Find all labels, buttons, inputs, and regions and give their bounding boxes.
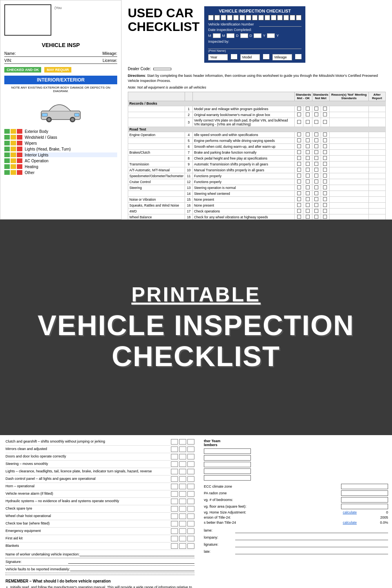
checkbox-notmet[interactable] bbox=[314, 107, 318, 111]
col-after-report: After Report bbox=[368, 92, 385, 101]
interior-note: NOTE ANY EXISTING EXTERIOR BODY DAMAGE O… bbox=[4, 86, 117, 93]
vin-box bbox=[290, 15, 295, 20]
list-item: Check tow bar (where fitted) bbox=[5, 521, 194, 528]
table-row: A/T-Automatic, M/T-Manual 10 Manual Tran… bbox=[128, 167, 386, 173]
mileage-label: Mileage: bbox=[102, 51, 117, 56]
list-item: Doors and door locks operate correctly bbox=[5, 454, 194, 461]
vin-box bbox=[265, 15, 270, 20]
year-model-row: Year Model Mileage bbox=[208, 54, 301, 60]
name-input[interactable] bbox=[235, 528, 388, 533]
floor-area-input[interactable] bbox=[341, 504, 388, 509]
list-item: Emergency equipment bbox=[5, 528, 194, 535]
bottom-right: ther Team lembers ECC climate zone PA ra… bbox=[200, 435, 392, 588]
status-may-require: MAY REQUIR bbox=[44, 67, 71, 73]
you-text: (You bbox=[54, 6, 62, 10]
table-row: 5 Engine performs normally while driving… bbox=[128, 138, 386, 144]
table-row: 2 Original warranty book/owner's manual … bbox=[128, 112, 386, 118]
bottom-checklist: Clutch and gearshift – shifts smoothly w… bbox=[5, 439, 194, 550]
printable-label: PRINTABLE bbox=[131, 283, 261, 306]
table-row: Squeaks, Rattles and Wind Noise 16 None … bbox=[128, 203, 386, 209]
team-input-2[interactable] bbox=[204, 455, 251, 461]
list-item: AC Operation bbox=[4, 158, 117, 163]
right-top: USED CAR CHECKLIST VEHICLE INSPECTION CH… bbox=[128, 6, 386, 63]
table-row: 14 Steering wheel centered bbox=[128, 191, 386, 197]
date-input[interactable] bbox=[235, 549, 388, 554]
calculate-link-1[interactable]: calculate bbox=[343, 510, 357, 514]
list-item: Dash control panel – all lights and gaug… bbox=[5, 476, 194, 483]
checklist-items: Exterior Body Windshield / Glass Wipers … bbox=[4, 129, 117, 175]
list-item: Wheel chair hoist operational bbox=[5, 514, 194, 520]
license-label: License: bbox=[103, 58, 117, 63]
team-input-1[interactable] bbox=[204, 448, 251, 454]
climate-zone-input[interactable] bbox=[341, 484, 388, 489]
middle-section: PRINTABLE VEHICLE INSPECTION CHECKLIST bbox=[0, 220, 392, 435]
list-item: Check spare tyre bbox=[5, 506, 194, 513]
list-item: Vehicle reverse alarm (if fitted) bbox=[5, 491, 194, 498]
vin-box bbox=[227, 15, 232, 20]
svg-rect-5 bbox=[42, 113, 47, 116]
used-car-title: USED CAR CHECKLIST bbox=[128, 6, 200, 63]
list-item: Horn – operational bbox=[5, 484, 194, 490]
list-item: Mirrors clean and adjusted bbox=[5, 446, 194, 453]
top-section: (You VEHICLE INSP Name: Mileage: VIN: Li… bbox=[0, 0, 392, 220]
vehicle-insp-title: VEHICLE INSP bbox=[4, 42, 117, 48]
interior-header: INTERIOR/EXTERIOR bbox=[4, 76, 117, 84]
inspected-row: Inspected by: (Print Name) bbox=[208, 40, 301, 53]
team-input-4[interactable] bbox=[204, 468, 251, 474]
table-row: Noise or Vibration 15 None present bbox=[128, 197, 386, 203]
calculate-link-2[interactable]: calculate bbox=[343, 521, 357, 524]
list-item: Steering – moves smoothly bbox=[5, 461, 194, 468]
list-item: Blankets bbox=[5, 543, 194, 550]
car-diagram bbox=[4, 95, 117, 127]
table-row: Wheel Balance 18 Check for any wheel vib… bbox=[128, 214, 386, 220]
company-input[interactable] bbox=[235, 535, 388, 540]
vin-box bbox=[246, 15, 251, 20]
vin-box bbox=[296, 15, 301, 20]
list-item: Other bbox=[4, 170, 117, 175]
photo-box bbox=[4, 4, 51, 36]
section-road-test: Road Test bbox=[128, 127, 386, 132]
vehicle-inspection-box: VEHICLE INSPECTION CHECKLIST bbox=[204, 6, 305, 63]
svg-point-4 bbox=[71, 118, 74, 121]
table-row: Engine Operation 4 Idle speed smooth and… bbox=[128, 132, 386, 138]
checkbox-ok2[interactable] bbox=[306, 107, 310, 111]
vin-box bbox=[277, 15, 283, 20]
list-item: Wipers bbox=[4, 141, 117, 145]
list-item: Lights – clearance, headlights, tail, li… bbox=[5, 469, 194, 475]
signature-input[interactable] bbox=[235, 542, 388, 547]
list-item: First aid kit bbox=[5, 536, 194, 543]
directions-text: Directions: Start by completing the basi… bbox=[128, 73, 386, 83]
col-reason: Reason(s) 'Not' Meeting Standards bbox=[329, 92, 368, 101]
team-input-3[interactable] bbox=[204, 462, 251, 467]
checkbox-notmet2[interactable] bbox=[323, 107, 327, 111]
climate-group: ECC climate zone PA radon zone vg. # of … bbox=[204, 484, 388, 524]
checkbox-ok[interactable] bbox=[297, 107, 301, 111]
bedrooms-input[interactable] bbox=[341, 497, 388, 503]
big-title: VEHICLE INSPECTION CHECKLIST bbox=[38, 310, 354, 372]
table-row: Speedometer/Odometer/Tachometer 11 Funct… bbox=[128, 173, 386, 179]
dealer-input[interactable] bbox=[153, 68, 171, 70]
interior-lights-item: Interior Lights bbox=[4, 152, 117, 157]
vin-field-row: Vehicle Identification Number bbox=[208, 22, 301, 27]
radon-zone-input[interactable] bbox=[341, 490, 388, 496]
list-item: Windshield / Glass bbox=[4, 135, 117, 140]
vin-box bbox=[252, 15, 258, 20]
vin-label: VIN: bbox=[4, 58, 28, 63]
note-text: Note: Not all equipment is available on … bbox=[128, 85, 386, 89]
name-label: Name: bbox=[4, 51, 28, 56]
list-item: Exterior Body bbox=[4, 129, 117, 134]
vin-boxes bbox=[208, 15, 301, 20]
status-checked: CHECKED AND OK bbox=[4, 67, 41, 73]
team-input-5[interactable] bbox=[204, 475, 251, 481]
left-panel: (You VEHICLE INSP Name: Mileage: VIN: Li… bbox=[0, 0, 122, 220]
bottom-left: Clutch and gearshift – shifts smoothly w… bbox=[0, 435, 200, 588]
list-item: Clutch and gearshift – shifts smoothly w… bbox=[5, 439, 194, 446]
car-svg bbox=[37, 99, 84, 123]
date-field-row: Date Inspection Completed: bbox=[208, 28, 301, 32]
vin-box bbox=[233, 15, 239, 20]
table-row: Brakes/Clutch 7 Brake and parking brake … bbox=[128, 150, 386, 156]
vin-box bbox=[221, 15, 226, 20]
table-row: 3 Verify correct VIN plate on dash pad, … bbox=[128, 118, 386, 127]
vin-box bbox=[240, 15, 245, 20]
signature-section: Name of worker undertaking vehicle inspe… bbox=[5, 552, 194, 575]
